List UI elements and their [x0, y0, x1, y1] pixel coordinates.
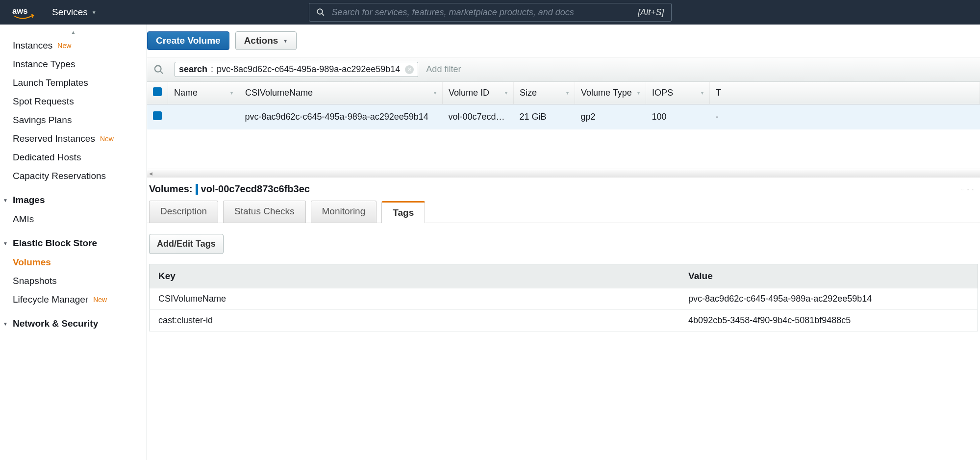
chevron-down-icon: ▼	[92, 10, 97, 15]
cell-name	[168, 104, 239, 130]
tab-status-checks[interactable]: Status Checks	[223, 201, 306, 223]
sort-icon: ▾	[434, 90, 436, 96]
button-label: Actions	[244, 35, 278, 46]
svg-line-4	[160, 71, 163, 74]
tags-table: Key Value CSIVolumeName pvc-8ac9d62c-c64…	[149, 264, 978, 332]
svg-line-2	[322, 14, 324, 16]
sidebar-item-amis[interactable]: AMIs	[0, 210, 147, 229]
chevron-down-icon: ▼	[283, 38, 288, 44]
actions-dropdown-button[interactable]: Actions ▼	[235, 31, 297, 50]
button-label: Create Volume	[156, 35, 221, 46]
main-content: Create Volume Actions ▼ search : p	[147, 25, 980, 460]
sort-icon: ▾	[505, 90, 507, 96]
top-navigation-bar: aws Services ▼ [Alt+S]	[0, 0, 980, 25]
accent-bar-icon	[196, 184, 198, 195]
search-shortcut-hint: [Alt+S]	[638, 7, 664, 18]
cell-size: 21 GiB	[514, 104, 575, 130]
column-header-volume-id[interactable]: Volume ID▾	[443, 82, 514, 104]
tags-header-key[interactable]: Key	[150, 264, 680, 288]
volumes-table-wrap: Name▾ CSIVolumeName▾ Volume ID▾ Size▾ Vo…	[147, 82, 980, 129]
sidebar-item-launch-templates[interactable]: Launch Templates	[0, 74, 147, 92]
sidebar-item-label: Instances	[13, 40, 52, 51]
select-all-header[interactable]	[147, 82, 168, 104]
sidebar-item-lifecycle-manager[interactable]: Lifecycle Manager New	[0, 290, 147, 309]
sidebar-item-label: Reserved Instances	[13, 133, 95, 144]
filter-chip-remove-icon[interactable]: ✕	[405, 65, 414, 74]
tab-tags[interactable]: Tags	[381, 201, 425, 223]
checkbox-checked-icon[interactable]	[153, 111, 162, 120]
tag-row: CSIVolumeName pvc-8ac9d62c-c645-495a-989…	[150, 288, 978, 310]
sidebar-item-label: Instance Types	[13, 59, 75, 70]
global-search-input[interactable]	[327, 7, 638, 18]
create-volume-button[interactable]: Create Volume	[147, 31, 229, 50]
tag-row: cast:cluster-id 4b092cb5-3458-4f90-9b4c-…	[150, 310, 978, 332]
chevron-down-icon: ▼	[2, 241, 9, 246]
column-header-csivolumename[interactable]: CSIVolumeName▾	[239, 82, 443, 104]
table-row[interactable]: pvc-8ac9d62c-c645-495a-989a-ac292ee59b14…	[147, 104, 980, 130]
services-label: Services	[52, 7, 88, 18]
tag-key: CSIVolumeName	[150, 288, 680, 310]
detail-tabs: Description Status Checks Monitoring Tag…	[147, 201, 980, 223]
sidebar-header-label: Elastic Block Store	[13, 238, 97, 249]
sidebar-item-label: Spot Requests	[13, 96, 74, 107]
cell-iops: 100	[646, 104, 710, 130]
volumes-table: Name▾ CSIVolumeName▾ Volume ID▾ Size▾ Vo…	[147, 82, 980, 129]
cell-t: -	[710, 104, 980, 130]
sidebar-header-label: Network & Security	[13, 318, 98, 329]
search-icon	[316, 8, 327, 17]
filter-bar: search : pvc-8ac9d62c-c645-495a-989a-ac2…	[147, 57, 980, 82]
tag-value: 4b092cb5-3458-4f90-9b4c-5081bf9488c5	[679, 310, 978, 332]
sidebar-item-label: Volumes	[13, 257, 51, 268]
sidebar-item-reserved-instances[interactable]: Reserved Instances New	[0, 129, 147, 148]
sidebar-header-network-security[interactable]: ▼ Network & Security	[0, 314, 147, 333]
detail-volume-id: vol-00c7ecd873c6fb3ec	[201, 183, 310, 195]
column-header-t[interactable]: T	[710, 82, 980, 104]
new-badge: New	[100, 135, 114, 143]
column-header-name[interactable]: Name▾	[168, 82, 239, 104]
tag-value: pvc-8ac9d62c-c645-495a-989a-ac292ee59b14	[679, 288, 978, 310]
aws-logo[interactable]: aws	[9, 3, 37, 21]
horizontal-scrollbar[interactable]: ◀	[147, 169, 980, 178]
sidebar-item-snapshots[interactable]: Snapshots	[0, 272, 147, 290]
resize-grip-icon[interactable]: ▫ ▫ ▫	[961, 186, 975, 192]
sidebar-item-dedicated-hosts[interactable]: Dedicated Hosts	[0, 148, 147, 167]
svg-point-1	[317, 9, 323, 14]
sidebar-item-capacity-reservations[interactable]: Capacity Reservations	[0, 167, 147, 185]
column-header-size[interactable]: Size▾	[514, 82, 575, 104]
column-header-iops[interactable]: IOPS▾	[646, 82, 710, 104]
search-icon	[151, 64, 167, 75]
sidebar-item-label: Dedicated Hosts	[13, 152, 81, 163]
tab-monitoring[interactable]: Monitoring	[311, 201, 377, 223]
tag-key: cast:cluster-id	[150, 310, 680, 332]
tags-header-value[interactable]: Value	[679, 264, 978, 288]
svg-text:aws: aws	[12, 6, 27, 16]
checkbox-checked-icon	[153, 87, 162, 96]
new-badge: New	[93, 296, 107, 304]
sidebar-item-label: Lifecycle Manager	[13, 294, 88, 305]
new-badge: New	[57, 42, 71, 50]
sidebar-navigation: ▲ Instances New Instance Types Launch Te…	[0, 25, 147, 460]
detail-title-prefix: Volumes:	[149, 183, 193, 195]
global-search-box[interactable]: [Alt+S]	[309, 3, 672, 22]
scroll-up-icon[interactable]: ▲	[0, 29, 147, 36]
sidebar-header-ebs[interactable]: ▼ Elastic Block Store	[0, 233, 147, 253]
sidebar-item-volumes[interactable]: Volumes	[0, 253, 147, 272]
sort-icon: ▾	[566, 90, 569, 96]
sidebar-item-label: Capacity Reservations	[13, 171, 106, 181]
filter-chip[interactable]: search : pvc-8ac9d62c-c645-495a-989a-ac2…	[175, 62, 418, 77]
services-menu-button[interactable]: Services ▼	[49, 5, 100, 20]
sidebar-item-savings-plans[interactable]: Savings Plans	[0, 111, 147, 129]
column-header-volume-type[interactable]: Volume Type▾	[575, 82, 646, 104]
sidebar-item-label: Savings Plans	[13, 115, 72, 126]
sidebar-item-instances[interactable]: Instances New	[0, 36, 147, 55]
tab-description[interactable]: Description	[149, 201, 218, 223]
add-filter-input[interactable]: Add filter	[426, 64, 461, 75]
sidebar-header-label: Images	[13, 195, 45, 205]
sidebar-item-label: AMIs	[13, 214, 34, 225]
sidebar-header-images[interactable]: ▼ Images	[0, 190, 147, 210]
detail-pane-header: Volumes: vol-00c7ecd873c6fb3ec ▫ ▫ ▫	[147, 178, 980, 201]
sidebar-item-spot-requests[interactable]: Spot Requests	[0, 92, 147, 111]
add-edit-tags-button[interactable]: Add/Edit Tags	[149, 234, 224, 254]
sidebar-item-instance-types[interactable]: Instance Types	[0, 55, 147, 74]
cell-csi: pvc-8ac9d62c-c645-495a-989a-ac292ee59b14	[239, 104, 443, 130]
